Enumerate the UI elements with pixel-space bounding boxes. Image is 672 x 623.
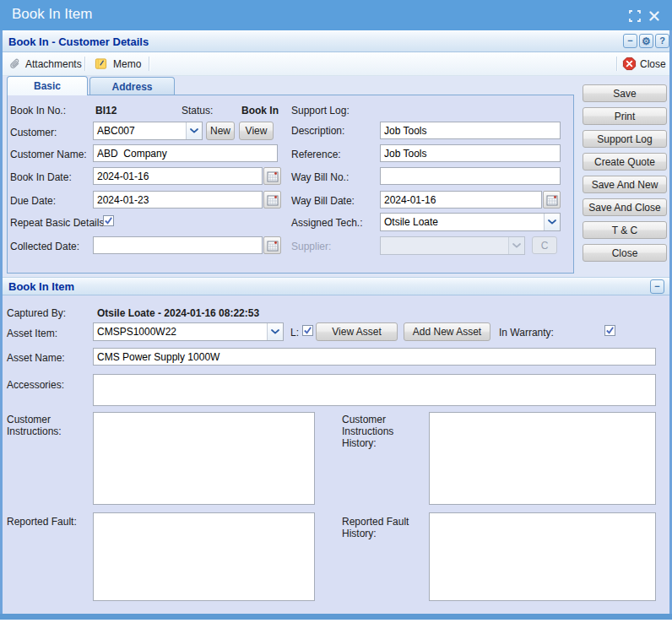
accessories-textarea[interactable] xyxy=(93,374,656,406)
supplier-select xyxy=(380,236,525,255)
reported-fault-history-textarea[interactable] xyxy=(429,512,656,601)
toolbar-separator xyxy=(84,57,85,71)
description-label: Description: xyxy=(291,125,344,137)
status-value: Book In xyxy=(215,105,279,116)
customer-name-label: Customer Name: xyxy=(10,149,87,160)
supplier-c-button: C xyxy=(532,236,557,254)
save-and-new-button[interactable]: Save And New xyxy=(583,176,667,193)
customer-details-header: Book In - Customer Details xyxy=(0,30,672,52)
window-border-left xyxy=(0,30,3,620)
customer-instructions-textarea[interactable] xyxy=(93,412,315,505)
toolbar-close-button[interactable]: Close xyxy=(640,58,666,70)
support-log-button[interactable]: Support Log xyxy=(583,130,667,148)
tab-address[interactable]: Address xyxy=(89,77,175,95)
chevron-down-icon xyxy=(508,237,524,254)
customer-select[interactable]: ABC007 xyxy=(93,122,203,140)
book-in-item-header: Book In Item xyxy=(0,277,672,295)
memo-icon xyxy=(95,57,107,73)
t-and-c-button[interactable]: T & C xyxy=(583,221,667,239)
reference-label: Reference: xyxy=(291,149,341,160)
l-label: L: xyxy=(290,327,299,339)
repeat-basic-details-checkbox[interactable] xyxy=(103,215,114,226)
captured-by-value: Otsile Loate - 2024-01-16 08:22:53 xyxy=(97,307,259,319)
settings-icon[interactable]: ⚙ xyxy=(639,34,653,48)
asset-name-label: Asset Name: xyxy=(7,352,65,364)
customer-name-input[interactable] xyxy=(93,144,278,162)
reported-fault-history-label: Reported Fault History: xyxy=(342,516,426,539)
accessories-label: Accessories: xyxy=(7,379,64,391)
book-in-no-label: Book In No.: xyxy=(10,105,66,116)
way-bill-no-input[interactable] xyxy=(380,167,561,185)
assigned-tech-value: Otsile Loate xyxy=(384,216,438,228)
calendar-icon[interactable] xyxy=(263,191,281,209)
in-warranty-label: In Warranty: xyxy=(499,327,554,339)
create-quote-button[interactable]: Create Quote xyxy=(583,153,667,171)
minimize-icon[interactable]: − xyxy=(623,34,637,48)
chevron-down-icon[interactable] xyxy=(186,122,202,139)
toolbar-separator xyxy=(616,57,617,71)
customer-instructions-history-textarea[interactable] xyxy=(429,412,656,505)
asset-item-label: Asset Item: xyxy=(7,328,57,339)
chevron-down-icon[interactable] xyxy=(544,214,560,230)
captured-by-label: Captured By: xyxy=(7,307,66,319)
print-button[interactable]: Print xyxy=(583,107,667,125)
book-in-item-window: Book In Item Book In - Customer Details … xyxy=(0,0,672,623)
paperclip-icon xyxy=(8,57,22,74)
due-date-label: Due Date: xyxy=(10,195,56,207)
repeat-basic-details-label: Repeat Basic Details: xyxy=(10,217,107,229)
collapse-icon[interactable]: − xyxy=(650,279,664,294)
window-title: Book In Item xyxy=(12,6,92,23)
memo-button[interactable]: Memo xyxy=(113,58,141,70)
window-close-icon[interactable] xyxy=(648,10,660,25)
way-bill-date-label: Way Bill Date: xyxy=(291,195,355,207)
tab-basic[interactable]: Basic xyxy=(7,76,88,95)
book-in-date-input[interactable] xyxy=(93,167,263,185)
calendar-icon[interactable] xyxy=(263,236,281,254)
asset-item-select[interactable]: CMSPS1000W22 xyxy=(93,322,284,341)
l-checkbox[interactable] xyxy=(302,325,313,336)
reported-fault-label: Reported Fault: xyxy=(7,516,77,528)
save-and-close-button[interactable]: Save And Close xyxy=(583,198,667,216)
toolbar-separator xyxy=(149,57,149,71)
reported-fault-textarea[interactable] xyxy=(93,512,315,601)
close-icon xyxy=(622,57,637,74)
customer-details-title: Book In - Customer Details xyxy=(8,35,149,48)
way-bill-no-label: Way Bill No.: xyxy=(291,171,349,183)
asset-name-input[interactable] xyxy=(93,348,656,366)
close-button[interactable]: Close xyxy=(583,244,667,262)
view-button[interactable]: View xyxy=(239,122,274,140)
calendar-icon[interactable] xyxy=(263,167,281,185)
book-in-date-label: Book In Date: xyxy=(10,171,72,183)
attachments-button[interactable]: Attachments xyxy=(25,58,82,70)
window-titlebar: Book In Item xyxy=(0,0,672,30)
chevron-down-icon[interactable] xyxy=(267,323,283,340)
new-button[interactable]: New xyxy=(206,122,235,140)
support-log-label: Support Log: xyxy=(291,105,350,116)
toolbar: Attachments Memo Close xyxy=(0,52,672,76)
description-input[interactable] xyxy=(380,122,561,139)
maximize-icon[interactable] xyxy=(628,9,642,26)
customer-instructions-label: Customer Instructions: xyxy=(7,414,88,437)
due-date-input[interactable] xyxy=(93,191,263,209)
book-in-item-title: Book In Item xyxy=(8,280,74,293)
add-new-asset-button[interactable]: Add New Asset xyxy=(404,322,490,341)
window-border-bottom xyxy=(0,614,672,620)
supplier-label: Supplier: xyxy=(291,241,331,252)
reference-input[interactable] xyxy=(380,144,561,162)
book-in-no-value: BI12 xyxy=(95,105,117,116)
calendar-icon[interactable] xyxy=(543,191,561,209)
collected-date-input[interactable] xyxy=(93,236,263,254)
assigned-tech-select[interactable]: Otsile Loate xyxy=(380,213,561,231)
asset-item-value: CMSPS1000W22 xyxy=(97,326,176,338)
collected-date-label: Collected Date: xyxy=(10,241,79,252)
status-label: Status: xyxy=(182,105,213,116)
customer-instructions-history-label: Customer Instructions History: xyxy=(342,414,426,449)
way-bill-date-input[interactable] xyxy=(380,191,542,209)
customer-label: Customer: xyxy=(10,127,57,138)
customer-select-value: ABC007 xyxy=(97,125,135,137)
assigned-tech-label: Assigned Tech.: xyxy=(291,217,363,229)
save-button[interactable]: Save xyxy=(583,84,667,102)
in-warranty-checkbox[interactable] xyxy=(604,325,615,336)
help-icon[interactable]: ? xyxy=(655,34,669,48)
view-asset-button[interactable]: View Asset xyxy=(316,322,398,341)
